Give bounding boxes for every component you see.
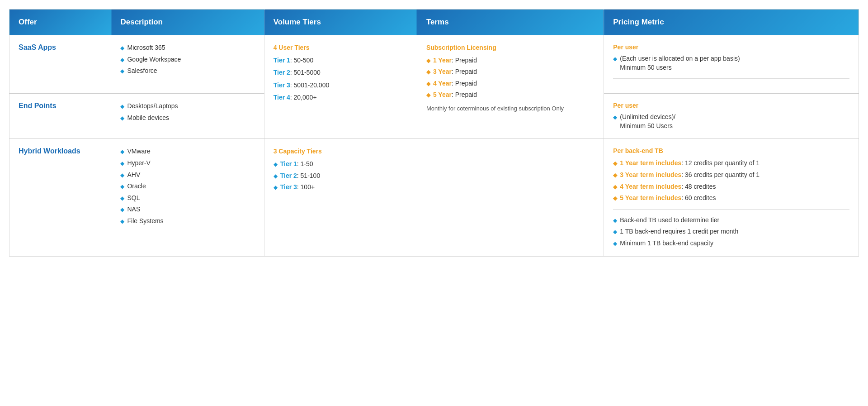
hybrid-pricing-label: Per back-end TB: [613, 147, 849, 154]
diamond-icon: ◆: [120, 183, 124, 191]
hybrid-desc-6: ◆ NAS: [120, 205, 255, 214]
hybrid-note-1: ◆ Back-end TB used to determine tier: [613, 216, 849, 225]
endpoints-pricing-cell: Per user ◆ (Unlimited devices)/ Minimum …: [604, 94, 859, 139]
saas-tier-4: Tier 4: 20,000+: [274, 93, 408, 102]
header-description: Description: [111, 10, 264, 35]
saas-pricing-cell: Per user ◆ (Each user is allocated on a …: [604, 35, 859, 94]
diamond-icon: ◆: [613, 114, 617, 121]
saas-desc-1: ◆ Microsoft 365: [120, 43, 255, 53]
saas-desc-text-3: Salesforce: [127, 67, 157, 76]
hybrid-tier-1: ◆ Tier 1: 1-50: [274, 160, 408, 169]
saas-tier-1: Tier 1: 50-500: [274, 56, 408, 65]
endpoints-desc-1: ◆ Desktops/Laptops: [120, 102, 255, 111]
main-table: Offer Description Volume Tiers Terms Pri…: [9, 9, 859, 257]
hybrid-pricing-item-4: ◆ 5 Year term includes: 60 credites: [613, 194, 849, 203]
saas-pricing-top: Per user ◆ (Each user is allocated on a …: [613, 43, 849, 79]
diamond-icon: ◆: [613, 195, 617, 202]
saas-term-2: ◆ 3 Year: Prepaid: [426, 67, 594, 76]
hybrid-desc-5: ◆ SQL: [120, 194, 255, 203]
saas-desc-text-1: Microsoft 365: [127, 43, 165, 53]
saas-row: SaaS Apps ◆ Microsoft 365 ◆ Google Works…: [9, 35, 859, 94]
diamond-icon: ◆: [613, 240, 617, 248]
saas-desc-text-2: Google Workspace: [127, 55, 181, 64]
endpoints-pricing-label: Per user: [613, 102, 849, 109]
hybrid-desc-2: ◆ Hyper-V: [120, 159, 255, 168]
diamond-icon: ◆: [613, 160, 617, 167]
diamond-icon: ◆: [120, 103, 124, 110]
saas-terms-cell: Subscription Licensing ◆ 1 Year: Prepaid…: [417, 35, 604, 139]
saas-term-1: ◆ 1 Year: Prepaid: [426, 56, 594, 65]
header-row: Offer Description Volume Tiers Terms Pri…: [9, 10, 859, 35]
header-terms: Terms: [417, 10, 604, 35]
diamond-icon: ◆: [613, 228, 617, 236]
header-volume-tiers: Volume Tiers: [264, 10, 417, 35]
header-offer: Offer: [9, 10, 111, 35]
saas-offer-cell: SaaS Apps: [9, 35, 111, 94]
hybrid-tier-3: ◆ Tier 3: 100+: [274, 183, 408, 192]
saas-desc-2: ◆ Google Workspace: [120, 55, 255, 64]
hybrid-note-3: ◆ Minimum 1 TB back-end capacity: [613, 239, 849, 248]
hybrid-row: Hybrid Workloads ◆ VMware ◆ Hyper-V ◆ AH…: [9, 139, 859, 256]
diamond-icon: ◆: [120, 195, 124, 202]
header-pricing-metric: Pricing Metric: [604, 10, 859, 35]
endpoints-desc-text-1: Desktops/Laptops: [127, 102, 178, 111]
diamond-icon: ◆: [613, 55, 617, 63]
diamond-icon: ◆: [120, 172, 124, 179]
endpoints-offer-cell: End Points: [9, 94, 111, 139]
diamond-icon: ◆: [120, 56, 124, 64]
hybrid-offer-label: Hybrid Workloads: [19, 147, 80, 155]
hybrid-description-cell: ◆ VMware ◆ Hyper-V ◆ AHV ◆ Oracle ◆ SQ: [111, 139, 264, 256]
saas-pricing-note: ◆ (Each user is allocated on a per app b…: [613, 54, 849, 72]
diamond-icon: ◆: [426, 57, 430, 65]
saas-tiers-label: 4 User Tiers: [274, 43, 408, 53]
saas-term-4: ◆ 5 Year: Prepaid: [426, 91, 594, 100]
endpoints-desc-2: ◆ Mobile devices: [120, 114, 255, 123]
hybrid-pricing-item-3: ◆ 4 Year term includes: 48 credites: [613, 182, 849, 191]
diamond-icon: ◆: [120, 67, 124, 75]
saas-term-3: ◆ 4 Year: Prepaid: [426, 79, 594, 88]
diamond-icon: ◆: [274, 161, 278, 168]
hybrid-pricing-cell: Per back-end TB ◆ 1 Year term includes: …: [604, 139, 859, 256]
diamond-icon: ◆: [426, 68, 430, 76]
diamond-icon: ◆: [120, 160, 124, 167]
hybrid-terms-cell: [417, 139, 604, 256]
diamond-icon: ◆: [426, 80, 430, 88]
saas-description-cell: ◆ Microsoft 365 ◆ Google Workspace ◆ Sal…: [111, 35, 264, 94]
diamond-icon: ◆: [120, 148, 124, 156]
saas-terms-label: Subscription Licensing: [426, 43, 594, 53]
diamond-icon: ◆: [120, 218, 124, 225]
endpoints-pricing-note: ◆ (Unlimited devices)/ Minimum 50 Users: [613, 113, 849, 130]
endpoints-desc-text-2: Mobile devices: [127, 114, 169, 123]
saas-tier-3: Tier 3: 5001-20,000: [274, 81, 408, 90]
saas-desc-3: ◆ Salesforce: [120, 67, 255, 76]
hybrid-desc-7: ◆ File Systems: [120, 217, 255, 226]
hybrid-tiers-cell: 3 Capacity Tiers ◆ Tier 1: 1-50 ◆ Tier 2…: [264, 139, 417, 256]
hybrid-desc-1: ◆ VMware: [120, 147, 255, 156]
endpoints-offer-label: End Points: [19, 102, 57, 110]
diamond-icon: ◆: [120, 115, 124, 122]
hybrid-desc-3: ◆ AHV: [120, 171, 255, 180]
hybrid-desc-4: ◆ Oracle: [120, 182, 255, 191]
hybrid-tier-2: ◆ Tier 2: 51-100: [274, 172, 408, 181]
diamond-icon: ◆: [613, 183, 617, 191]
diamond-icon: ◆: [613, 172, 617, 179]
diamond-icon: ◆: [274, 172, 278, 180]
diamond-icon: ◆: [120, 206, 124, 214]
diamond-icon: ◆: [274, 184, 278, 191]
saas-offer-label: SaaS Apps: [19, 43, 56, 51]
hybrid-pricing-item-2: ◆ 3 Year term includes: 36 credits per q…: [613, 171, 849, 180]
endpoints-description-cell: ◆ Desktops/Laptops ◆ Mobile devices: [111, 94, 264, 139]
hybrid-pricing-top: Per back-end TB ◆ 1 Year term includes: …: [613, 147, 849, 209]
diamond-icon: ◆: [613, 217, 617, 224]
hybrid-pricing-bottom: ◆ Back-end TB used to determine tier ◆ 1…: [613, 216, 849, 248]
saas-tier-2: Tier 2: 501-5000: [274, 68, 408, 77]
diamond-icon: ◆: [426, 91, 430, 99]
diamond-icon: ◆: [120, 44, 124, 52]
hybrid-tiers-label: 3 Capacity Tiers: [274, 147, 408, 156]
hybrid-pricing-item-1: ◆ 1 Year term includes: 12 credits per q…: [613, 159, 849, 168]
hybrid-offer-cell: Hybrid Workloads: [9, 139, 111, 256]
hybrid-note-2: ◆ 1 TB back-end requires 1 credit per mo…: [613, 227, 849, 236]
saas-tiers-cell: 4 User Tiers Tier 1: 50-500 Tier 2: 501-…: [264, 35, 417, 139]
saas-terms-note: Monthly for coterminous of existing subs…: [426, 105, 594, 112]
saas-pricing-label: Per user: [613, 43, 849, 51]
